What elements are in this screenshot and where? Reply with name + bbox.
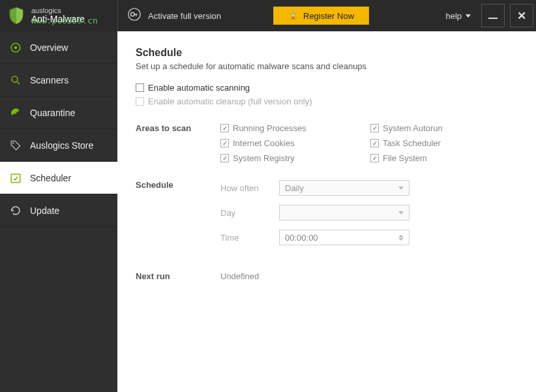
chevron-down-icon: [398, 238, 404, 241]
help-dropdown[interactable]: help: [438, 0, 479, 31]
brand-name: Anti-Malware: [31, 14, 85, 24]
search-icon: [9, 74, 22, 87]
svg-point-4: [12, 76, 18, 82]
help-label: help: [445, 11, 462, 21]
activate-label: Activate full version: [148, 11, 221, 21]
area-system-autorun: System Autorun: [370, 123, 501, 133]
area-running-processes: Running Processes: [220, 123, 351, 133]
enable-auto-scan-row: Enable automatic scanning: [136, 83, 518, 93]
area-label: Task Scheduler: [383, 138, 441, 148]
sidebar-item-label: Scanners: [30, 75, 68, 85]
minimize-button[interactable]: [481, 4, 505, 27]
area-file-system: File System: [370, 153, 501, 163]
chevron-down-icon: [398, 187, 404, 190]
sidebar-item-label: Update: [30, 205, 59, 216]
time-label: Time: [220, 233, 279, 243]
sidebar-item-label: Scheduler: [30, 173, 71, 183]
area-running-processes-checkbox[interactable]: [220, 124, 229, 132]
close-button[interactable]: ✕: [510, 4, 533, 27]
register-label: Register Now: [303, 11, 354, 21]
sidebar-item-update[interactable]: Update: [0, 194, 117, 227]
page-title: Schedule: [136, 47, 518, 59]
area-internet-cookies-checkbox[interactable]: [220, 139, 229, 147]
day-select[interactable]: [279, 205, 409, 220]
sidebar-item-overview[interactable]: Overview: [0, 31, 117, 64]
sidebar-item-quarantine[interactable]: Quarantine: [0, 97, 117, 129]
chevron-down-icon: [466, 14, 471, 18]
content-area: Schedule Set up a schedule for automatic…: [117, 31, 536, 392]
refresh-icon: [9, 204, 22, 217]
next-run-label: Next run: [136, 271, 220, 281]
schedule-section: Schedule How often Daily Day: [136, 180, 518, 254]
target-icon: [9, 41, 22, 54]
areas-label: Areas to scan: [136, 123, 220, 163]
chevron-down-icon: [398, 211, 404, 215]
area-internet-cookies: Internet Cookies: [220, 138, 351, 148]
day-label: Day: [220, 208, 279, 218]
sidebar-item-label: Quarantine: [30, 108, 75, 118]
area-system-autorun-checkbox[interactable]: [370, 124, 379, 132]
time-value: 00:00:00: [285, 233, 318, 243]
area-system-registry: System Registry: [220, 153, 351, 163]
svg-point-3: [14, 46, 18, 49]
schedule-label: Schedule: [136, 180, 220, 254]
enable-auto-cleanup-checkbox: [136, 97, 144, 106]
next-run-value: Undefined: [220, 271, 518, 281]
calendar-check-icon: [9, 172, 22, 185]
svg-point-6: [12, 142, 14, 143]
lock-icon: 🔒: [288, 11, 298, 20]
day-row: Day: [220, 205, 518, 220]
radiation-icon: [9, 106, 22, 119]
sidebar-item-label: Overview: [30, 42, 68, 53]
how-often-label: How often: [220, 183, 279, 193]
app-title: auslogics Anti-Malware: [31, 7, 85, 24]
shield-icon: [7, 6, 26, 25]
next-run-section: Next run Undefined: [136, 271, 518, 281]
how-often-value: Daily: [285, 183, 304, 193]
svg-point-1: [131, 12, 135, 16]
register-now-button[interactable]: 🔒 Register Now: [273, 7, 369, 25]
area-task-scheduler: Task Scheduler: [370, 138, 501, 148]
sidebar-item-scheduler[interactable]: Scheduler: [0, 162, 117, 194]
area-label: Internet Cookies: [233, 138, 295, 148]
enable-auto-scan-label: Enable automatic scanning: [148, 83, 250, 93]
area-label: System Autorun: [383, 123, 443, 133]
area-system-registry-checkbox[interactable]: [220, 154, 229, 162]
enable-auto-cleanup-label: Enable automatic cleanup (full version o…: [148, 97, 312, 106]
time-row: Time 00:00:00: [220, 230, 518, 245]
sidebar-item-store[interactable]: Auslogics Store: [0, 129, 117, 162]
page-subtitle: Set up a schedule for automatic malware …: [136, 61, 518, 71]
areas-section: Areas to scan Running Processes System A…: [136, 123, 518, 163]
area-task-scheduler-checkbox[interactable]: [370, 139, 379, 147]
area-label: Running Processes: [233, 123, 306, 133]
time-input[interactable]: 00:00:00: [279, 230, 409, 245]
area-label: System Registry: [233, 153, 295, 163]
svg-rect-7: [11, 174, 20, 183]
sidebar-item-label: Auslogics Store: [30, 140, 93, 151]
area-label: File System: [383, 153, 427, 163]
area-file-system-checkbox[interactable]: [370, 154, 379, 162]
tag-icon: [9, 139, 22, 152]
key-icon: [127, 7, 141, 24]
sidebar-item-scanners[interactable]: Scanners: [0, 64, 117, 97]
activate-area: Activate full version 🔒 Register Now: [117, 0, 378, 31]
app-logo-area: auslogics Anti-Malware: [0, 0, 117, 31]
sidebar: Overview Scanners Quarantine Auslogics S…: [0, 31, 117, 392]
chevron-up-icon: [398, 235, 404, 237]
how-often-select[interactable]: Daily: [279, 180, 409, 196]
enable-auto-scan-checkbox[interactable]: [136, 83, 144, 92]
enable-auto-cleanup-row: Enable automatic cleanup (full version o…: [136, 97, 518, 106]
time-spinner[interactable]: [398, 235, 404, 241]
how-often-row: How often Daily: [220, 180, 518, 196]
titlebar: auslogics Anti-Malware Activate full ver…: [0, 0, 536, 31]
